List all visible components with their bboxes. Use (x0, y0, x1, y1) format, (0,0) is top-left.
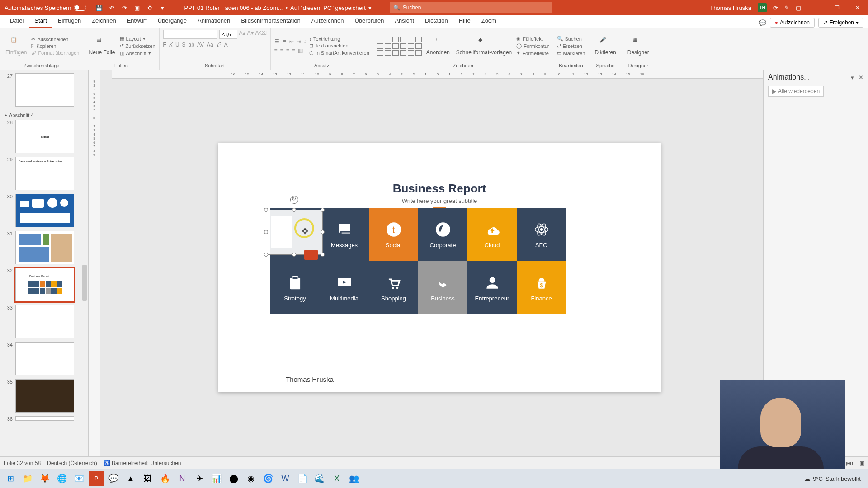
paste-options-button[interactable] (304, 250, 318, 260)
shape-gallery[interactable] (377, 37, 422, 56)
text-direction-button[interactable]: ↕ Textrichtung (309, 36, 369, 42)
thumb-34[interactable]: 34 (4, 342, 86, 375)
quick-styles-button[interactable]: ◆Schnellformat-vorlagen (454, 36, 514, 56)
accessibility-check[interactable]: ♿ Barrierefreiheit: Untersuchen (104, 460, 181, 466)
tile-strategy[interactable]: Strategy (270, 261, 320, 314)
resize-handle[interactable] (321, 230, 325, 234)
tab-einfuegen[interactable]: Einfügen (52, 14, 86, 28)
align-center-icon[interactable]: ≡ (280, 47, 283, 54)
font-family-input[interactable] (163, 30, 217, 39)
thumb-35[interactable]: 35 (4, 379, 86, 413)
tile-business[interactable]: Business (418, 261, 467, 314)
window-icon[interactable]: ▢ (796, 5, 801, 11)
tab-zoom[interactable]: Zoom (476, 14, 502, 28)
bold-button[interactable]: F (163, 42, 166, 48)
undo-icon[interactable]: ↶ (108, 4, 115, 11)
slide-editor[interactable]: 9876543210123456789 16151413121110987654… (89, 70, 763, 456)
thumbnail-scrollbar[interactable] (81, 70, 88, 456)
smartart-button[interactable]: ⬡ In SmartArt konvertieren (309, 50, 369, 56)
chrome-icon[interactable]: 🌐 (54, 471, 70, 486)
format-painter-button[interactable]: 🖌 Format übertragen (31, 50, 79, 56)
tile-cloud[interactable]: Cloud (467, 208, 517, 261)
replace-button[interactable]: ⇄ Ersetzen (557, 43, 585, 49)
app-icon[interactable]: 🖼 (140, 471, 156, 486)
arrange-button[interactable]: ⬚Anordnen (425, 36, 452, 56)
slide-canvas[interactable]: Business Report Write here your great su… (218, 143, 661, 392)
resize-handle[interactable] (264, 230, 268, 234)
resize-handle[interactable] (321, 208, 325, 212)
tab-dictation[interactable]: Dictation (420, 14, 453, 28)
resize-handle[interactable] (264, 253, 268, 257)
slide-subtitle[interactable]: Write here your great subtitle (218, 197, 661, 208)
reset-button[interactable]: ↺ Zurücksetzen (120, 43, 156, 49)
app-icon[interactable]: 📄 (295, 471, 310, 486)
tile-shopping[interactable]: Shopping (369, 261, 418, 314)
shrink-font-icon[interactable]: A▾ (247, 30, 254, 39)
thumb-31[interactable]: 31 (4, 231, 86, 264)
touch-icon[interactable]: ✥ (146, 4, 153, 11)
app-icon[interactable]: ◉ (243, 471, 259, 486)
tile-messages[interactable]: Messages (320, 208, 369, 261)
thumb-29[interactable]: 29Dashboard basierende Präsentation (4, 157, 86, 190)
start-button[interactable]: ⊞ (3, 471, 18, 486)
autosave-toggle[interactable]: Automatisches Speichern (0, 5, 91, 11)
thumb-27[interactable]: 27 (4, 73, 86, 107)
grow-font-icon[interactable]: A▴ (239, 30, 245, 39)
thumb-30[interactable]: 30 (4, 194, 86, 227)
tab-animationen[interactable]: Animationen (192, 14, 236, 28)
copy-button[interactable]: ⎘ Kopieren (31, 43, 79, 49)
windows-taskbar[interactable]: ⊞ 📁 🦊 🌐 📧 P 💬 ▲ 🖼 🔥 N ✈ 📊 ⬤ ◉ 🌀 W 📄 🌊 X … (0, 469, 868, 488)
line-spacing-icon[interactable]: ↕ (304, 38, 307, 45)
minimize-button[interactable]: — (806, 0, 826, 15)
underline-button[interactable]: U (175, 42, 179, 48)
strike-button[interactable]: S (182, 42, 186, 48)
cut-button[interactable]: ✂ Ausschneiden (31, 36, 79, 42)
draw-icon[interactable]: ✎ (784, 5, 789, 11)
toggle-switch[interactable] (74, 5, 86, 11)
file-name[interactable]: PPT 01 Roter Faden 006 - ab Zoom... • Au… (184, 5, 371, 11)
font-color-button[interactable]: A (224, 42, 228, 48)
section-header[interactable]: ▸ Abschnitt 4 (4, 110, 86, 120)
tab-start[interactable]: Start (29, 14, 52, 28)
thumb-32[interactable]: 32Business Report (4, 268, 86, 301)
search-box[interactable]: 🔍 Suchen (390, 2, 552, 13)
selected-object[interactable]: ✥ (266, 210, 323, 255)
tab-aufzeichnen[interactable]: Aufzeichnen (306, 14, 349, 28)
app-icon[interactable]: 💬 (106, 471, 121, 486)
obs-icon[interactable]: ⬤ (226, 471, 241, 486)
author-text[interactable]: Thomas Hruska (286, 375, 334, 383)
shape-effects-button[interactable]: ✦ Formeffekte (516, 50, 549, 56)
shadow-button[interactable]: ab (189, 42, 194, 48)
numbering-icon[interactable]: ≣ (282, 38, 287, 45)
layout-button[interactable]: ▦ Layout ▾ (120, 36, 156, 42)
pane-options-icon[interactable]: ▾ (851, 74, 854, 81)
text-align-button[interactable]: ⊟ Text ausrichten (309, 43, 369, 49)
tile-entrepreneur[interactable]: Entrepreneur (467, 261, 517, 314)
designer-button[interactable]: ▦Designer (626, 36, 651, 56)
thumb-36[interactable]: 36 (4, 416, 86, 422)
tab-bildschirm[interactable]: Bildschirmpräsentation (236, 14, 306, 28)
weather-widget[interactable]: ☁ 9°C Stark bewölkt (804, 475, 865, 482)
powerpoint-icon[interactable]: P (89, 471, 104, 486)
tab-hilfe[interactable]: Hilfe (453, 14, 476, 28)
paste-button[interactable]: 📋Einfügen (4, 36, 28, 56)
new-slide-button[interactable]: ▤Neue Folie (87, 36, 117, 56)
app-icon[interactable]: 📊 (209, 471, 224, 486)
telegram-icon[interactable]: ✈ (192, 471, 207, 486)
bullets-icon[interactable]: ☰ (274, 38, 279, 45)
outlook-icon[interactable]: 📧 (71, 471, 87, 486)
tile-social[interactable]: tSocial (369, 208, 418, 261)
align-left-icon[interactable]: ≡ (274, 47, 278, 54)
rotate-handle[interactable] (290, 196, 298, 204)
tab-uebergaenge[interactable]: Übergänge (152, 14, 192, 28)
slide-title[interactable]: Business Report (218, 182, 661, 196)
edge-icon[interactable]: 🌊 (312, 471, 327, 486)
tile-corporate[interactable]: Corporate (418, 208, 467, 261)
resize-handle[interactable] (292, 253, 296, 257)
vlc-icon[interactable]: ▲ (123, 471, 138, 486)
font-size-input[interactable] (219, 30, 237, 39)
tab-zeichnen[interactable]: Zeichnen (86, 14, 121, 28)
normal-view-icon[interactable]: ▣ (859, 460, 864, 466)
tile-multimedia[interactable]: Multimedia (320, 261, 369, 314)
explorer-icon[interactable]: 📁 (20, 471, 35, 486)
